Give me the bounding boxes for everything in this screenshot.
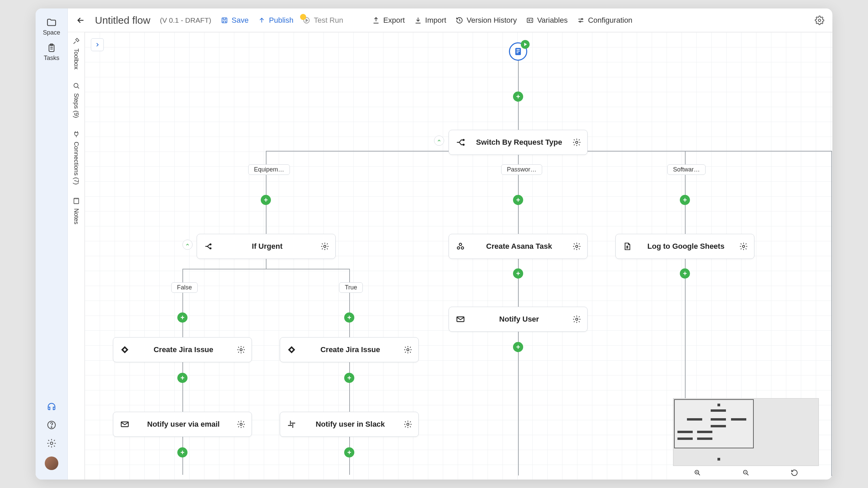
start-node[interactable] [509,42,527,61]
canvas[interactable]: + Switch By Request Type [85,32,832,480]
expand-panel-button[interactable] [91,38,104,51]
add-step-button[interactable]: + [680,195,690,205]
node-settings-button[interactable] [572,138,581,147]
collapse-toggle[interactable] [182,240,193,250]
jira-false-node[interactable]: Create Jira Issue [113,337,252,362]
help-icon[interactable] [46,420,57,430]
edge [518,52,519,130]
configuration-button[interactable]: Configuration [577,16,632,25]
if-urgent-node[interactable]: If Urgent [197,234,336,259]
add-step-button[interactable]: + [344,447,354,458]
folder-icon [46,17,57,28]
add-step-button[interactable]: + [680,268,690,279]
gear-icon [403,420,412,429]
switch-node[interactable]: Switch By Request Type [449,130,588,155]
edge [266,259,267,269]
import-button[interactable]: Import [414,16,446,25]
notify-email-node[interactable]: Notify user via email [113,412,252,437]
add-step-button[interactable]: + [177,312,188,323]
gear-icon[interactable] [46,438,57,448]
variables-icon [526,17,534,24]
search-icon [72,82,80,90]
svg-point-21 [210,248,211,249]
svg-point-25 [461,247,463,249]
add-step-button[interactable]: + [177,373,188,383]
branch-tag-equipment[interactable]: Equipem… [248,164,290,175]
test-run-button[interactable]: Test Run [303,16,343,25]
version-history-button[interactable]: Version History [456,16,517,25]
svg-point-34 [407,423,409,426]
branch-tag-password[interactable]: Passwor… [501,164,542,175]
svg-point-26 [576,245,578,248]
jira-true-node[interactable]: Create Jira Issue [280,337,419,362]
add-step-button[interactable]: + [513,268,523,279]
add-step-button[interactable]: + [261,195,271,205]
save-button[interactable]: Save [221,16,249,25]
export-icon [372,17,380,24]
branch-icon [455,138,466,147]
add-step-button[interactable]: + [513,342,523,352]
node-settings-button[interactable] [572,315,581,324]
save-icon [221,17,228,24]
node-settings-button[interactable] [237,420,245,429]
svg-point-9 [580,21,581,22]
edge [182,269,350,269]
connections-button[interactable]: Connections (7) [72,130,80,185]
steps-button[interactable]: Steps (9) [72,82,80,118]
reset-zoom-icon[interactable] [791,469,798,476]
mail-icon [119,420,130,429]
publish-button[interactable]: Publish [258,16,293,25]
add-step-button[interactable]: + [344,373,354,383]
variables-button[interactable]: Variables [526,16,568,25]
minimap[interactable] [673,398,819,466]
svg-point-20 [210,244,211,245]
sheets-node[interactable]: Log to Google Sheets [615,234,754,259]
notes-button[interactable]: Notes [72,197,80,224]
node-settings-button[interactable] [320,242,329,251]
toolbox-button[interactable]: Toolbox [72,37,80,69]
svg-point-22 [324,245,326,248]
edge [349,269,350,282]
back-arrow-icon[interactable] [76,16,85,25]
add-step-button[interactable]: + [513,92,523,102]
svg-point-24 [457,247,460,249]
avatar[interactable] [45,456,58,470]
settings-gear-icon[interactable] [815,16,824,25]
svg-point-4 [50,442,53,445]
branch-tag-false[interactable]: False [171,282,198,293]
chevron-up-icon [185,242,190,247]
node-settings-button[interactable] [572,242,581,251]
sidebar-label: Tasks [44,55,59,62]
zoom-in-icon[interactable] [694,469,701,476]
node-settings-button[interactable] [739,242,748,251]
flow-title[interactable]: Untitled flow [95,15,150,26]
asana-node[interactable]: Create Asana Task [449,234,588,259]
svg-rect-5 [222,18,227,23]
chevron-right-icon [95,42,100,47]
sidebar-item-tasks[interactable]: Tasks [38,40,65,65]
node-settings-button[interactable] [237,345,245,354]
add-step-button[interactable]: + [344,312,354,323]
version-label: (V 0.1 - DRAFT) [160,16,211,24]
collapse-toggle[interactable] [434,136,444,146]
branch-tag-software[interactable]: Softwar… [667,164,706,175]
svg-point-31 [407,349,409,351]
node-settings-button[interactable] [403,345,412,354]
zoom-out-icon[interactable] [742,469,750,476]
branch-tag-true[interactable]: True [339,282,363,293]
add-step-button[interactable]: + [513,195,523,205]
gear-icon [572,315,581,324]
sidebar-item-space[interactable]: Space [38,14,65,40]
gear-icon [237,420,245,429]
svg-point-33 [240,423,242,426]
support-icon[interactable] [46,402,57,412]
play-badge-icon [521,40,530,49]
add-step-button[interactable]: + [177,447,188,458]
history-icon [456,17,463,24]
notify-slack-node[interactable]: Notify user in Slack [280,412,419,437]
svg-point-11 [74,83,78,87]
export-button[interactable]: Export [372,16,405,25]
jira-icon [119,345,130,354]
node-settings-button[interactable] [403,420,412,429]
notify-user-node[interactable]: Notify User [449,307,588,332]
